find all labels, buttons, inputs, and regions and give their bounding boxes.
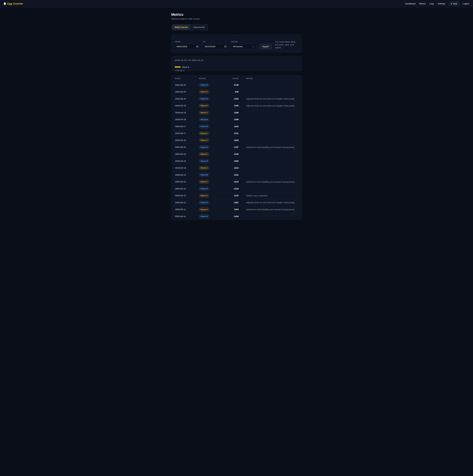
filter-helper-text: The same filters drive the chart, rows, … [275,37,298,49]
status-dot-icon [451,3,452,4]
row-date: 2026-04-19 [171,102,199,109]
row-eggs: 1164 [225,206,238,213]
table-header-row: DATE HOUSE EGGS NOTES [171,75,302,82]
row-date: 2026-04-20 [171,82,199,88]
house-badge: House B [199,159,209,163]
row-eggs: 1189 [225,116,238,123]
row-eggs: 1294 [225,213,238,220]
row-notes [238,165,302,171]
house-badge: House A [199,166,209,170]
tab-adjustments[interactable]: Adjustments [191,25,207,30]
house-field: HOUSE All houses [231,41,256,49]
nav-item-logs[interactable]: Logs [429,2,434,5]
row-date: 2026-04-16 [171,144,199,151]
table-row: 2026-04-17 House B 1163 [171,123,302,130]
house-badge: House A [199,111,209,114]
header-notes: NOTES [238,75,302,82]
table-row: 2026-04-19 House A 1185 Adjusted feed mi… [171,102,302,109]
legend-label-house-a: House A [182,66,189,68]
house-select-value: All houses [233,45,243,48]
table-body: 2026-04-20 House B 3748 2026-04-20 House… [171,82,302,220]
row-notes: Adjusted feed mix and observed steadier … [238,102,302,109]
daily-counts-table: DATE HOUSE EGGS NOTES 2026-04-20 House B… [171,75,302,220]
row-eggs: 1121 [225,130,238,137]
chart-legend: House A [175,66,298,68]
row-notes: Added 1mg of selenium. [238,192,302,199]
filters-panel: FROM TO [171,34,302,52]
house-badge: House B [199,97,209,101]
row-eggs: 3748 [225,82,238,88]
table-row: 2026-04-20 House B 3748 [171,82,302,88]
row-date: 2026-04-15 [171,157,199,165]
header-date: DATE [171,75,199,82]
export-button[interactable]: Export [259,44,272,49]
row-date: 2026-04-18 [171,116,199,123]
stop-button-label: Stop [453,3,457,5]
row-date: 2026-04-14 [171,171,199,178]
row-notes: Switched to fresh bedding and cleaned ne… [238,144,302,151]
house-badge: House A [199,180,209,184]
table-row: 2026-04-14 House A 1223 [171,165,302,171]
nav-item-settings[interactable]: Settings [438,2,445,5]
row-date: 2026-04-11 [171,206,199,213]
house-badge: House B [199,173,209,177]
stop-button[interactable]: Stop [449,2,459,6]
row-eggs: 1209 [225,137,238,144]
row-eggs: 1228 [225,185,238,192]
nav-item-metrics[interactable]: Metrics [419,2,426,5]
row-notes [238,130,302,137]
from-date-input[interactable] [175,44,200,49]
main-content: Metrics Historical data for both houses.… [168,7,305,228]
house-badge: House B [199,145,209,149]
row-notes: Adjusted feed mix and observed steadier … [238,199,302,206]
table-row: 2026-04-11 House A 1164 Switched to fres… [171,206,302,213]
row-date: 2026-04-12 [171,192,199,199]
brand[interactable]: Egg Counter [4,2,23,5]
row-date: 2026-04-13 [171,178,199,185]
table-row: 2026-04-11 House B 1294 [171,213,302,220]
house-badge: House B [199,187,209,190]
table-row: 2026-04-17 House A 1121 [171,130,302,137]
chart-title: 2026-04-01 TO 2026-04-21 [175,59,298,61]
row-notes [238,123,302,130]
row-eggs: 1120 [225,192,238,199]
brand-name: Egg Counter [7,2,23,5]
row-notes [238,185,302,192]
row-notes [238,88,302,95]
nav-item-dashboard[interactable]: Dashboard [405,2,416,5]
tab-daily-counts[interactable]: Daily Counts [172,25,190,30]
nav-item-logout[interactable]: Logout [463,2,469,5]
row-notes: Switched to fresh bedding and cleaned ne… [238,206,302,213]
to-date-input[interactable] [203,44,228,49]
row-notes [238,116,302,123]
tab-bar: Daily Counts Adjustments [171,24,208,31]
from-label: FROM [175,41,200,43]
table-row: 2026-04-18 House A 1199 [171,109,302,116]
house-label: HOUSE [231,41,256,43]
navbar: Egg Counter Dashboard Metrics Logs Setti… [0,0,473,7]
table-row: 2026-04-12 House A 1120 Added 1mg of sel… [171,192,302,199]
row-notes [238,157,302,165]
table-row: 2026-04-13 House A 1210 Switched to fres… [171,178,302,185]
row-eggs: 1163 [225,123,238,130]
nav-menu: Dashboard Metrics Logs Settings Stop Log… [405,2,469,6]
house-select[interactable]: All houses [231,44,256,49]
row-notes: Adjusted feed mix and observed steadier … [238,95,302,102]
house-badge: House A [199,152,209,156]
house-badge: House B [199,118,209,121]
chart-area: House A 2026-04-11 [175,62,298,71]
row-notes [238,109,302,116]
house-badge: House A [199,138,209,142]
row-eggs: 1199 [225,109,238,116]
row-date: 2026-04-13 [171,185,199,192]
row-date: 2026-04-12 [171,199,199,206]
table-row: 2026-04-16 House B 1197 Switched to fres… [171,144,302,151]
legend-swatch-house-a [175,66,181,68]
table-row: 2026-04-12 House B 1281 Adjusted feed mi… [171,199,302,206]
row-eggs: 1185 [225,102,238,109]
row-date: 2026-04-11 [171,213,199,220]
row-eggs: 1231 [225,171,238,178]
row-notes [238,137,302,144]
to-label: TO [203,41,228,43]
row-eggs: 1223 [225,165,238,171]
